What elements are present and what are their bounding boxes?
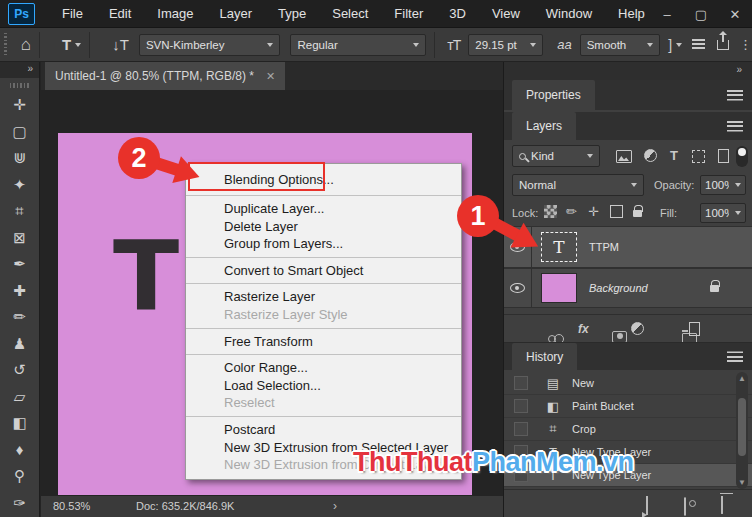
context-item-group-from-layers[interactable]: Group from Layers... bbox=[186, 235, 461, 253]
visibility-toggle[interactable] bbox=[504, 227, 532, 267]
menu-type[interactable]: Type bbox=[265, 0, 319, 28]
filter-type-layers-icon[interactable]: T bbox=[670, 148, 678, 163]
history-item-crop[interactable]: ⌗Crop bbox=[504, 418, 752, 441]
zoom-level[interactable]: 80.53% bbox=[53, 500, 90, 512]
minimize-button[interactable]: – bbox=[658, 7, 676, 22]
tab-properties[interactable]: Properties bbox=[512, 80, 595, 110]
filter-adjustment-layers-icon[interactable] bbox=[644, 149, 657, 162]
font-family-select[interactable]: SVN-Kimberley bbox=[139, 34, 281, 56]
home-icon[interactable]: ⌂ bbox=[21, 35, 31, 55]
marquee-tool-icon[interactable]: ▢ bbox=[0, 119, 40, 146]
maximize-button[interactable]: ▢ bbox=[692, 7, 710, 22]
menu-edit[interactable]: Edit bbox=[96, 0, 144, 28]
layer-name[interactable]: Background bbox=[589, 282, 648, 294]
tab-close-icon[interactable]: ✕ bbox=[266, 70, 275, 83]
opacity-select[interactable]: 100% bbox=[700, 175, 746, 195]
filter-toggle-switch[interactable] bbox=[736, 146, 748, 167]
lock-pixels-icon[interactable]: ✏ bbox=[566, 204, 577, 219]
history-source-well[interactable] bbox=[514, 399, 528, 413]
lock-position-icon[interactable]: ✛ bbox=[588, 204, 599, 219]
context-item-free-transform[interactable]: Free Transform bbox=[186, 333, 461, 351]
panel-menu-icon[interactable] bbox=[727, 121, 743, 132]
visibility-toggle[interactable] bbox=[504, 269, 532, 307]
history-source-well[interactable] bbox=[514, 376, 528, 390]
kind-filter-select[interactable]: Kind bbox=[512, 145, 600, 167]
menu-filter[interactable]: Filter bbox=[381, 0, 436, 28]
history-scrollbar[interactable]: ▲ ▼ bbox=[736, 372, 748, 489]
context-item-delete-layer[interactable]: Delete Layer bbox=[186, 218, 461, 236]
anti-alias-select[interactable]: Smooth bbox=[580, 34, 661, 56]
pen-tool-icon[interactable]: ✑ bbox=[0, 490, 40, 517]
delete-state-icon[interactable] bbox=[721, 496, 723, 514]
frame-tool-icon[interactable]: ⊠ bbox=[0, 225, 40, 252]
history-source-well[interactable] bbox=[514, 422, 528, 436]
lasso-tool-icon[interactable]: ⋓ bbox=[0, 145, 40, 172]
font-size-select[interactable]: 29.15 pt bbox=[468, 34, 543, 56]
filter-shape-layers-icon[interactable] bbox=[692, 150, 705, 163]
menu-3d[interactable]: 3D bbox=[436, 0, 479, 28]
move-tool-icon[interactable]: ✛ bbox=[0, 92, 40, 119]
share-icon[interactable] bbox=[717, 40, 729, 50]
menu-view[interactable]: View bbox=[479, 0, 533, 28]
close-button[interactable]: ✕ bbox=[726, 7, 744, 22]
layer-thumbnail[interactable] bbox=[541, 273, 577, 303]
options-bar-grip[interactable] bbox=[4, 33, 7, 57]
scroll-up-icon[interactable]: ▲ bbox=[736, 374, 748, 383]
paint-bucket-tool-icon[interactable]: ◧ bbox=[0, 410, 40, 437]
new-layer-icon[interactable] bbox=[689, 322, 700, 336]
layer-mask-icon[interactable] bbox=[612, 331, 627, 343]
context-item-rasterize-layer[interactable]: Rasterize Layer bbox=[186, 288, 461, 306]
new-snapshot-icon[interactable] bbox=[684, 497, 686, 516]
menu-file[interactable]: File bbox=[49, 0, 96, 28]
blur-tool-icon[interactable]: ♦ bbox=[0, 437, 40, 464]
eyedropper-tool-icon[interactable]: ✒ bbox=[0, 251, 40, 278]
layer-styles-icon[interactable]: fx bbox=[578, 322, 589, 336]
font-style-select[interactable]: Regular bbox=[290, 34, 426, 56]
new-document-from-state-icon[interactable] bbox=[646, 496, 648, 515]
layer-thumbnail[interactable]: T bbox=[541, 232, 577, 262]
dodge-tool-icon[interactable]: ⚲ bbox=[0, 463, 40, 490]
healing-brush-tool-icon[interactable]: ✚ bbox=[0, 278, 40, 305]
layer-row-ttpm[interactable]: T TTPM bbox=[504, 226, 752, 268]
lock-all-icon[interactable] bbox=[633, 210, 642, 217]
adjustment-layer-icon[interactable] bbox=[631, 322, 644, 335]
type-tool-icon[interactable]: T bbox=[62, 36, 71, 53]
history-item-new[interactable]: ▤New bbox=[504, 372, 752, 395]
paragraph-align-icon[interactable] bbox=[692, 39, 704, 50]
crop-tool-icon[interactable]: ⌗ bbox=[0, 198, 40, 225]
chevron-down-icon[interactable] bbox=[676, 43, 682, 47]
menu-image[interactable]: Image bbox=[144, 0, 206, 28]
context-item-color-range[interactable]: Color Range... bbox=[186, 359, 461, 377]
filter-pixel-layers-icon[interactable] bbox=[616, 150, 632, 163]
menu-layer[interactable]: Layer bbox=[207, 0, 266, 28]
chevron-down-icon[interactable] bbox=[75, 43, 81, 47]
scrollbar-thumb[interactable] bbox=[738, 398, 746, 456]
toolbar-collapse-icon[interactable]: » bbox=[0, 62, 39, 78]
history-item-paint-bucket[interactable]: ◧Paint Bucket bbox=[504, 395, 752, 418]
panel-menu-icon[interactable] bbox=[727, 351, 743, 362]
status-chevron-icon[interactable]: › bbox=[333, 499, 337, 513]
history-brush-tool-icon[interactable]: ↺ bbox=[0, 357, 40, 384]
menu-select[interactable]: Select bbox=[319, 0, 381, 28]
layer-name[interactable]: TTPM bbox=[589, 241, 619, 253]
lock-artboard-icon[interactable] bbox=[610, 205, 623, 218]
text-orientation-icon[interactable]: ↓T bbox=[112, 36, 129, 53]
document-tab[interactable]: Untitled-1 @ 80.5% (TTPM, RGB/8) * ✕ bbox=[45, 62, 285, 90]
clone-stamp-tool-icon[interactable]: ♟ bbox=[0, 331, 40, 358]
blend-mode-select[interactable]: Normal bbox=[512, 174, 644, 196]
context-item-postcard[interactable]: Postcard bbox=[186, 421, 461, 439]
panel-menu-icon[interactable] bbox=[727, 90, 743, 101]
filter-smart-objects-icon[interactable] bbox=[718, 149, 729, 163]
magic-wand-tool-icon[interactable]: ✦ bbox=[0, 172, 40, 199]
fill-select[interactable]: 100% bbox=[700, 203, 746, 223]
lock-transparency-icon[interactable] bbox=[544, 205, 557, 218]
layer-row-background[interactable]: Background bbox=[504, 268, 752, 308]
toolbar-grip[interactable] bbox=[10, 83, 30, 88]
menu-window[interactable]: Window bbox=[533, 0, 605, 28]
context-item-convert-to-smart-object[interactable]: Convert to Smart Object bbox=[186, 262, 461, 280]
eraser-tool-icon[interactable]: ▱ bbox=[0, 384, 40, 411]
context-item-load-selection[interactable]: Load Selection... bbox=[186, 377, 461, 395]
context-item-duplicate-layer[interactable]: Duplicate Layer... bbox=[186, 200, 461, 218]
menu-help[interactable]: Help bbox=[605, 0, 658, 28]
overflow-menu-icon[interactable]: ⋮ bbox=[739, 37, 752, 52]
